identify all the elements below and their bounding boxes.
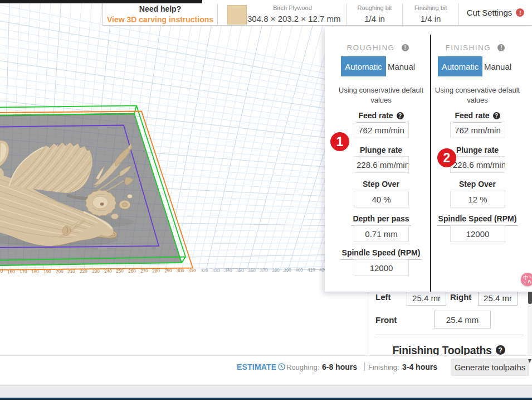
svg-text:270: 270 [140, 268, 148, 273]
svg-text:360: 360 [248, 268, 256, 273]
svg-text:180: 180 [31, 269, 39, 274]
svg-text:0: 0 [1, 269, 3, 274]
svg-text:A: A [528, 278, 531, 284]
svg-text:170: 170 [19, 269, 27, 274]
svg-text:310: 310 [188, 268, 196, 273]
svg-text:350: 350 [236, 268, 244, 273]
svg-text:160: 160 [7, 269, 15, 274]
svg-text:330: 330 [212, 268, 220, 273]
svg-text:340: 340 [224, 268, 232, 273]
svg-text:250: 250 [116, 268, 124, 273]
svg-text:190: 190 [43, 269, 51, 274]
svg-text:260: 260 [128, 268, 136, 273]
svg-text:210: 210 [67, 269, 75, 274]
svg-text:280: 280 [152, 268, 160, 273]
svg-text:370: 370 [260, 268, 268, 273]
svg-text:400: 400 [295, 268, 303, 273]
svg-text:380: 380 [272, 268, 280, 273]
svg-text:300: 300 [177, 268, 184, 273]
svg-text:200: 200 [56, 269, 64, 274]
svg-text:320: 320 [201, 268, 208, 273]
svg-text:240: 240 [104, 269, 112, 274]
svg-text:410: 410 [308, 267, 315, 272]
svg-text:390: 390 [284, 268, 291, 273]
svg-text:290: 290 [164, 268, 172, 273]
svg-text:220: 220 [80, 269, 87, 274]
svg-text:230: 230 [92, 269, 100, 274]
